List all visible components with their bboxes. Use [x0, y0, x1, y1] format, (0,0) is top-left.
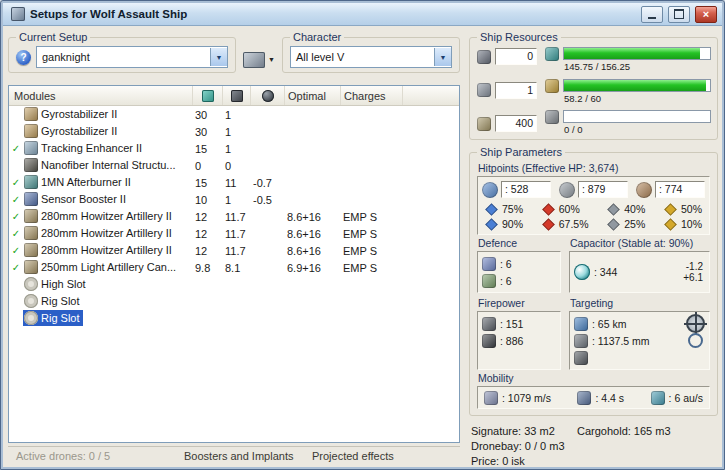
capacitor-column[interactable]: [251, 86, 285, 105]
module-row[interactable]: Nanofiber Internal Structu... 0 0: [9, 157, 459, 174]
module-row[interactable]: ✓ 280mm Howitzer Artillery II 12 11.7 8.…: [9, 242, 459, 259]
modules-column-header[interactable]: Modules: [9, 86, 193, 105]
cpu-icon: [545, 47, 559, 61]
thermal-resist-icon: [542, 218, 555, 231]
firepower-value: : 886: [500, 335, 523, 347]
kinetic-resist-icon: [607, 218, 620, 231]
module-optimal-value: 8.6+16: [285, 245, 341, 257]
projected-effects-section[interactable]: Projected effects: [312, 450, 460, 462]
module-charges-value: EMP S: [341, 245, 403, 257]
resource-progress-bar: [563, 47, 711, 60]
module-row[interactable]: Rig Slot: [9, 293, 459, 310]
module-powergrid-value: 1: [223, 143, 251, 155]
resource-slot: 400: [477, 115, 539, 132]
capacitor-usage-value: -1.2: [686, 261, 703, 272]
module-powergrid-value: 1: [223, 126, 251, 138]
resource-bar-value: 0 / 0: [563, 123, 711, 135]
targeting-row: : 1137.5 mm: [574, 332, 705, 349]
charges-column-header[interactable]: Charges: [341, 86, 403, 105]
resource-progress-fill: [564, 48, 700, 59]
resist-group: 50% 10%: [664, 203, 702, 230]
window-title: Setups for Wolf Assault Ship: [30, 8, 636, 20]
module-name: Sensor Booster II: [41, 193, 126, 205]
targeting-label: Targeting: [570, 297, 710, 309]
module-row[interactable]: ✓ 1MN Afterburner II 15 11 -0.7: [9, 174, 459, 191]
summary-line: Price: 0 isk: [471, 454, 718, 469]
module-row[interactable]: ✓ 280mm Howitzer Artillery II 12 11.7 8.…: [9, 225, 459, 242]
module-row[interactable]: ✓ 280mm Howitzer Artillery II 12 11.7 8.…: [9, 208, 459, 225]
resource-slot: 0: [477, 48, 539, 65]
resource-slot-value: 400: [495, 115, 537, 132]
module-row[interactable]: High Slot: [9, 276, 459, 293]
turret-hardpoints-icon: [477, 50, 491, 64]
hitpoint-item: : 528: [482, 181, 551, 198]
scan-resolution-icon: [574, 334, 588, 348]
high-slot-icon: [24, 277, 38, 291]
gyrostabilizer-icon: [24, 107, 38, 121]
setup-tools-icon[interactable]: [243, 52, 265, 68]
module-row[interactable]: Rig Slot: [9, 310, 459, 327]
turret-damage-icon: [482, 317, 496, 331]
firepower-row: : 151: [482, 315, 556, 332]
shield-resist-value: 50%: [681, 203, 702, 215]
calibration-icon: [477, 117, 491, 131]
lock-targets-icon: [688, 333, 703, 348]
fitted-check-icon: ✓: [9, 229, 23, 239]
hitpoint-item: : 774: [636, 181, 705, 198]
cpu-column[interactable]: [193, 86, 223, 105]
cargohold-value: Cargohold: 165 m3: [577, 424, 671, 439]
help-icon[interactable]: ?: [16, 50, 31, 65]
shield-resist-value: 75%: [502, 203, 523, 215]
character-combobox[interactable]: All level V ▼: [290, 46, 452, 68]
module-row[interactable]: ✓ 250mm Light Artillery Can... 9.8 8.1 6…: [9, 259, 459, 276]
setup-combobox[interactable]: ganknight ▼: [36, 46, 228, 68]
targeting-row: : 65 km: [574, 315, 705, 332]
maximize-button[interactable]: [668, 6, 690, 23]
warp-speed-icon: [651, 391, 665, 405]
volley-icon: [482, 334, 496, 348]
boosters-implants-section[interactable]: Boosters and Implants: [184, 450, 312, 462]
current-setup-group: Current Setup ? ganknight ▼: [8, 37, 236, 73]
character-group: Character All level V ▼: [282, 37, 460, 73]
dropdown-arrow-icon[interactable]: ▼: [210, 48, 227, 66]
defence-value: : 6: [500, 275, 512, 287]
structure-icon: [636, 182, 652, 198]
module-powergrid-value: 11: [223, 177, 251, 189]
titlebar[interactable]: Setups for Wolf Assault Ship ×: [3, 3, 722, 26]
character-label: Character: [290, 31, 344, 43]
maximize-icon: [674, 9, 684, 19]
hardpoint-slots: 0 1 400: [477, 47, 539, 135]
fitted-check-icon: ✓: [9, 246, 23, 256]
launcher-hardpoints-icon: [477, 83, 491, 97]
module-charges-value: EMP S: [341, 211, 403, 223]
character-combobox-value: All level V: [291, 51, 434, 63]
module-charges-value: EMP S: [341, 262, 403, 274]
mobility-item: : 1079 m/s: [484, 390, 551, 405]
mobility-value: : 1079 m/s: [502, 392, 551, 404]
module-row[interactable]: ✓ Tracking Enhancer II 15 1: [9, 140, 459, 157]
module-row[interactable]: Gyrostabilizer II 30 1: [9, 106, 459, 123]
armor-resist-value: 67.5%: [559, 218, 589, 230]
module-cpu-value: 15: [193, 177, 223, 189]
armor-defence-icon: [482, 274, 496, 288]
left-pane: Current Setup ? ganknight ▼ ▼ Character: [8, 31, 460, 465]
module-row[interactable]: ✓ Sensor Booster II 10 1 -0.5: [9, 191, 459, 208]
module-powergrid-value: 1: [223, 109, 251, 121]
active-drones-label: Active drones: 0 / 5: [8, 450, 184, 462]
optimal-column-header[interactable]: Optimal: [285, 86, 341, 105]
current-setup-label: Current Setup: [16, 31, 90, 43]
defence-value: : 6: [500, 258, 512, 270]
powergrid-column[interactable]: [223, 86, 251, 105]
header-spacer: [403, 86, 459, 105]
rig-slot-icon: [24, 311, 38, 325]
armor-resist-value: 25%: [624, 218, 645, 230]
tracking-enhancer-icon: [24, 141, 38, 155]
right-pane: Ship Resources 0 1 400: [469, 31, 718, 465]
dropdown-arrow-icon[interactable]: ▼: [434, 48, 451, 66]
tools-dropdown-arrow-icon[interactable]: ▼: [268, 56, 275, 63]
module-cpu-value: 9.8: [193, 262, 223, 274]
armor-icon: [559, 182, 575, 198]
close-button[interactable]: ×: [695, 6, 717, 23]
module-row[interactable]: Gyrostabilizer II 30 1: [9, 123, 459, 140]
minimize-button[interactable]: [641, 6, 663, 23]
